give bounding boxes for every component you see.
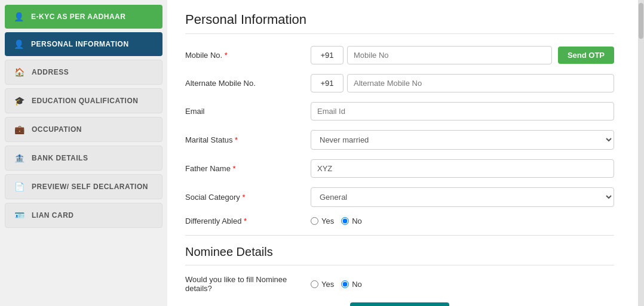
social-category-row: Social Category * General SC ST OBC xyxy=(185,187,614,207)
page-title: Personal Information xyxy=(185,12,614,34)
differently-abled-row: Differently Abled * Yes No xyxy=(185,217,614,225)
sidebar-icon-preview: 📄 xyxy=(14,181,26,193)
social-category-label: Social Category * xyxy=(185,193,305,202)
nominee-section-title: Nominee Details xyxy=(185,245,614,265)
mobile-input[interactable] xyxy=(347,46,552,64)
sidebar-label-bank: BANK DETAILS xyxy=(32,154,88,162)
sidebar-icon-personal-info: 👤 xyxy=(13,38,25,50)
differently-abled-yes-radio[interactable] xyxy=(311,217,318,225)
sidebar-item-bank[interactable]: 🏦BANK DETAILS xyxy=(5,146,162,171)
alt-mobile-phone-group xyxy=(311,74,614,92)
sidebar-label-lian: LIAN CARD xyxy=(32,211,74,220)
nominee-no-radio[interactable] xyxy=(341,280,349,288)
differently-abled-no-label[interactable]: No xyxy=(341,217,362,225)
main-content: Personal Information Mobile No. * Send O… xyxy=(167,0,638,306)
alt-mobile-row: Alternate Mobile No. xyxy=(185,74,614,92)
nominee-yes-radio[interactable] xyxy=(311,280,318,288)
mobile-label: Mobile No. * xyxy=(185,51,305,60)
marital-status-label: Marital Status * xyxy=(185,135,305,144)
father-name-label: Father Name * xyxy=(185,164,305,173)
sidebar-item-address[interactable]: 🏠ADDRESS xyxy=(5,60,162,85)
nominee-yes-label[interactable]: Yes xyxy=(311,280,334,289)
differently-abled-yes-label[interactable]: Yes xyxy=(311,217,334,225)
differently-abled-no-radio[interactable] xyxy=(341,217,349,225)
save-continue-button[interactable]: Save & Continue xyxy=(350,302,449,306)
sidebar-label-ekyc: E-KYC AS PER AADHAAR xyxy=(31,13,125,21)
sidebar-icon-bank: 🏦 xyxy=(14,152,26,164)
differently-abled-radio-group: Yes No xyxy=(311,217,614,225)
sidebar-item-occupation[interactable]: 💼OCCUPATION xyxy=(5,117,162,142)
sidebar-label-occupation: OCCUPATION xyxy=(32,125,82,134)
social-category-select[interactable]: General SC ST OBC xyxy=(311,187,614,207)
sidebar-label-personal-info: PERSONAL INFORMATION xyxy=(31,40,129,48)
sidebar-icon-education: 🎓 xyxy=(14,95,26,107)
sidebar-icon-occupation: 💼 xyxy=(14,123,26,135)
marital-status-select[interactable]: Never married Married Divorced Widowed xyxy=(311,130,614,150)
sidebar: 👤E-KYC AS PER AADHAAR👤PERSONAL INFORMATI… xyxy=(0,0,167,306)
nominee-no-label[interactable]: No xyxy=(341,280,362,289)
sidebar-icon-lian: 🪪 xyxy=(14,209,26,221)
alt-mobile-country-code[interactable] xyxy=(311,74,344,92)
father-name-row: Father Name * xyxy=(185,159,614,178)
alt-mobile-label: Alternate Mobile No. xyxy=(185,79,305,88)
nominee-fill-row: Would you like to fill Nominee details? … xyxy=(185,275,614,293)
father-name-input[interactable] xyxy=(311,159,614,178)
sidebar-item-education[interactable]: 🎓EDUCATION QUALIFICATION xyxy=(5,88,162,113)
sidebar-label-preview: PREVIEW/ SELF DECLARATION xyxy=(32,183,148,191)
send-otp-button[interactable]: Send OTP xyxy=(558,47,614,64)
mobile-country-code[interactable] xyxy=(311,46,344,64)
sidebar-label-education: EDUCATION QUALIFICATION xyxy=(32,97,138,105)
email-row: Email xyxy=(185,102,614,120)
email-input[interactable] xyxy=(311,102,614,120)
scrollbar[interactable] xyxy=(638,0,644,306)
mobile-row: Mobile No. * Send OTP xyxy=(185,46,614,64)
sidebar-item-personal-info[interactable]: 👤PERSONAL INFORMATION xyxy=(5,32,162,56)
sidebar-label-address: ADDRESS xyxy=(32,68,69,76)
sidebar-item-ekyc[interactable]: 👤E-KYC AS PER AADHAAR xyxy=(5,5,162,29)
section-divider xyxy=(185,235,614,236)
alt-mobile-input[interactable] xyxy=(347,74,614,92)
sidebar-icon-ekyc: 👤 xyxy=(13,11,25,23)
sidebar-icon-address: 🏠 xyxy=(14,66,26,78)
differently-abled-label: Differently Abled * xyxy=(185,217,305,225)
mobile-phone-group xyxy=(311,46,552,64)
nominee-radio-group: Yes No xyxy=(311,280,614,289)
sidebar-item-lian[interactable]: 🪪LIAN CARD xyxy=(5,203,162,228)
nominee-fill-label: Would you like to fill Nominee details? xyxy=(185,275,305,293)
sidebar-item-preview[interactable]: 📄PREVIEW/ SELF DECLARATION xyxy=(5,174,162,199)
email-label: Email xyxy=(185,107,305,116)
scrollbar-thumb[interactable] xyxy=(639,3,643,39)
marital-status-row: Marital Status * Never married Married D… xyxy=(185,130,614,150)
